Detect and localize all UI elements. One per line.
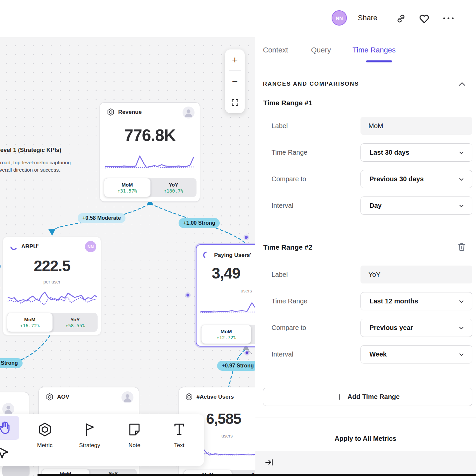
sparkline xyxy=(8,287,97,311)
metric-hexagon-icon xyxy=(45,393,54,401)
note-icon xyxy=(126,422,142,437)
chevron-down-icon xyxy=(458,176,465,183)
toggle-mom[interactable]: MoM ↑16.72% xyxy=(7,313,53,332)
tab-context[interactable]: Context xyxy=(263,46,288,54)
metric-card-arpu[interactable]: ARPU' NN 222.5 per user MoM ↑16.72% YoY … xyxy=(3,237,101,335)
delete-range-trash-icon[interactable] xyxy=(457,242,467,252)
clipped-text-fragment: s xyxy=(0,263,1,270)
toolbar-item-note[interactable]: Note xyxy=(116,422,153,449)
zoom-in-button[interactable]: + xyxy=(225,49,245,70)
fullscreen-button[interactable] xyxy=(225,92,245,113)
chevron-down-icon xyxy=(458,351,465,358)
range-2-time-range-select[interactable]: Last 12 months xyxy=(360,292,472,310)
collapse-chevron-icon[interactable] xyxy=(458,81,466,87)
metric-card-paying-users[interactable]: Paying Users' 3,49 users MoM ↑12.72% xyxy=(196,244,255,347)
comparison-toggle[interactable] xyxy=(2,465,30,476)
range-2-interval-select[interactable]: Week xyxy=(360,345,472,363)
bottom-window-edge xyxy=(38,474,476,476)
range-2-label-input[interactable] xyxy=(360,266,472,283)
toggle-yoy[interactable]: YoY ↑180.7% xyxy=(151,178,197,197)
metric-value: 776.8K xyxy=(100,126,200,145)
metric-value: 222.5 xyxy=(3,257,101,275)
copy-link-icon[interactable] xyxy=(396,13,406,24)
comparison-toggle: MoM ↑16.72% YoY ↑58.55% xyxy=(7,313,98,332)
owner-avatar-icon[interactable] xyxy=(2,403,14,415)
toolbar-item-metric[interactable]: Metric xyxy=(27,422,63,449)
panel-footer xyxy=(255,451,476,474)
correlation-badge: +0.97 Strong xyxy=(217,361,255,371)
toolbar-item-text[interactable]: Text xyxy=(161,422,198,449)
field-label: Compare to xyxy=(272,324,306,332)
chevron-down-icon xyxy=(458,325,465,331)
field-label: Interval xyxy=(272,351,293,358)
comparison-toggle: MoM ↑31.57% YoY ↑180.7% xyxy=(104,178,197,197)
metric-tree-canvas[interactable]: + − Level 1 (Strategic KPIs) Broad, top-… xyxy=(0,38,255,476)
minus-icon: − xyxy=(232,76,238,87)
metric-value: 3,49 xyxy=(212,264,240,282)
metric-arc-icon xyxy=(10,242,18,251)
hand-tool-button[interactable] xyxy=(0,416,19,440)
field-label: Label xyxy=(272,122,288,130)
owner-avatar[interactable]: NN xyxy=(85,241,96,252)
card-title: #Active Users xyxy=(197,394,234,400)
add-time-range-button[interactable]: Add Time Range xyxy=(263,388,472,406)
metric-card-revenue[interactable]: Revenue 776.8K MoM ↑31.57% YoY ↑180.7% xyxy=(100,102,200,202)
tab-time-ranges[interactable]: Time Ranges xyxy=(353,46,396,54)
avatar-initials: NN xyxy=(336,15,343,21)
metric-hexagon-icon xyxy=(185,393,193,401)
level-note-title: Level 1 (Strategic KPIs) xyxy=(0,147,83,154)
flag-icon xyxy=(82,422,98,437)
toggle-yoy[interactable] xyxy=(251,325,255,344)
card-title: Revenue xyxy=(118,109,142,116)
active-tab-underline xyxy=(366,60,392,62)
range-1-interval-select[interactable]: Day xyxy=(360,197,472,215)
card-title: ARPU' xyxy=(21,243,39,250)
range-1-time-range-select[interactable]: Last 30 days xyxy=(360,143,472,162)
zoom-controls: + − xyxy=(225,49,245,113)
user-avatar[interactable]: NN xyxy=(332,10,347,26)
fullscreen-icon xyxy=(231,98,239,107)
tab-query[interactable]: Query xyxy=(311,46,331,54)
owner-avatar-icon[interactable] xyxy=(183,107,195,119)
owner-avatar-icon[interactable] xyxy=(121,391,133,403)
section-header: RANGES AND COMPARISONS xyxy=(263,81,359,87)
tabs-divider xyxy=(255,62,476,62)
plus-icon: + xyxy=(232,54,238,66)
toggle-yoy[interactable]: YoY ↑58.55% xyxy=(53,313,98,332)
range-2-compare-select[interactable]: Previous year xyxy=(360,319,472,337)
level-note: Level 1 (Strategic KPIs) Broad, top-leve… xyxy=(0,147,83,174)
metric-unit: per user xyxy=(3,279,101,284)
chevron-down-icon xyxy=(458,149,465,156)
range-1-label-input[interactable] xyxy=(360,117,472,135)
metric-unit: users xyxy=(197,288,255,293)
collapse-panel-icon[interactable] xyxy=(265,458,274,467)
comparison-toggle: MoM ↑12.72% xyxy=(201,325,255,344)
correlation-badge: 66 Strong xyxy=(0,358,23,368)
more-options-icon[interactable] xyxy=(442,16,455,21)
level-note-body: Broad, top-level metric capturingoverall… xyxy=(0,159,83,174)
plus-icon xyxy=(336,393,343,401)
range-1-compare-select[interactable]: Previous 30 days xyxy=(360,170,472,188)
panel-divider xyxy=(255,418,476,418)
range-2-title: Time Range #2 xyxy=(263,243,312,251)
favorite-heart-icon[interactable] xyxy=(418,13,430,25)
chevron-down-icon xyxy=(458,202,465,209)
select-tool-button[interactable] xyxy=(0,442,13,463)
share-button[interactable]: Share xyxy=(358,14,377,22)
correlation-badge: +0.58 Moderate xyxy=(78,213,125,223)
toggle-mom[interactable]: MoM ↑31.57% xyxy=(104,178,151,197)
canvas-toolbar: Metric Strategy Note Text xyxy=(0,414,204,466)
card-title: AOV xyxy=(57,394,69,400)
apply-to-all-metrics-button[interactable]: Apply to All Metrics xyxy=(255,435,476,442)
cursor-icon xyxy=(0,445,10,460)
hand-icon xyxy=(0,421,12,435)
toggle-mom[interactable]: MoM ↑12.72% xyxy=(201,325,251,344)
field-label: Label xyxy=(272,271,288,278)
sparkline xyxy=(105,153,195,173)
toolbar-item-strategy[interactable]: Strategy xyxy=(71,422,108,449)
metric-hexagon-icon xyxy=(107,108,115,116)
field-label: Time Range xyxy=(272,297,307,305)
zoom-out-button[interactable]: − xyxy=(225,71,245,92)
metric-value: 6,585 xyxy=(206,411,241,427)
clipped-text-fragment: a xyxy=(0,283,0,289)
